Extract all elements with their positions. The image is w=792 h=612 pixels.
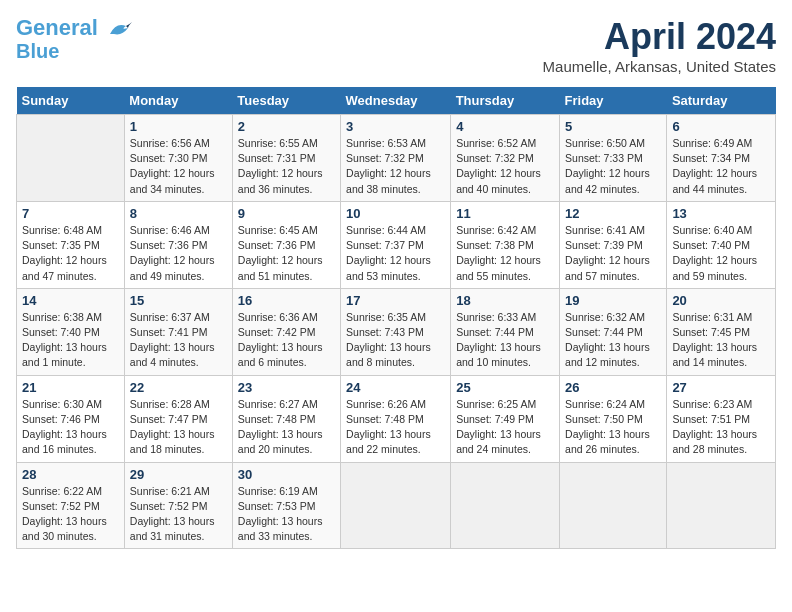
title-block: April 2024 Maumelle, Arkansas, United St… [543,16,776,75]
day-number: 19 [565,293,661,308]
day-info: Sunrise: 6:19 AMSunset: 7:53 PMDaylight:… [238,485,323,543]
page-title: April 2024 [543,16,776,58]
day-number: 9 [238,206,335,221]
day-info: Sunrise: 6:42 AMSunset: 7:38 PMDaylight:… [456,224,541,282]
calendar-cell: 22Sunrise: 6:28 AMSunset: 7:47 PMDayligh… [124,375,232,462]
day-header-thursday: Thursday [451,87,560,115]
day-info: Sunrise: 6:53 AMSunset: 7:32 PMDaylight:… [346,137,431,195]
day-number: 5 [565,119,661,134]
calendar-week-2: 7Sunrise: 6:48 AMSunset: 7:35 PMDaylight… [17,201,776,288]
calendar-cell: 16Sunrise: 6:36 AMSunset: 7:42 PMDayligh… [232,288,340,375]
day-info: Sunrise: 6:24 AMSunset: 7:50 PMDaylight:… [565,398,650,456]
calendar-cell [341,462,451,549]
calendar-table: SundayMondayTuesdayWednesdayThursdayFrid… [16,87,776,549]
day-number: 15 [130,293,227,308]
calendar-cell: 4Sunrise: 6:52 AMSunset: 7:32 PMDaylight… [451,115,560,202]
page-subtitle: Maumelle, Arkansas, United States [543,58,776,75]
day-info: Sunrise: 6:37 AMSunset: 7:41 PMDaylight:… [130,311,215,369]
day-info: Sunrise: 6:56 AMSunset: 7:30 PMDaylight:… [130,137,215,195]
calendar-week-3: 14Sunrise: 6:38 AMSunset: 7:40 PMDayligh… [17,288,776,375]
calendar-week-1: 1Sunrise: 6:56 AMSunset: 7:30 PMDaylight… [17,115,776,202]
day-number: 11 [456,206,554,221]
calendar-cell: 12Sunrise: 6:41 AMSunset: 7:39 PMDayligh… [560,201,667,288]
calendar-cell: 10Sunrise: 6:44 AMSunset: 7:37 PMDayligh… [341,201,451,288]
day-number: 13 [672,206,770,221]
day-number: 23 [238,380,335,395]
calendar-cell [451,462,560,549]
calendar-cell: 7Sunrise: 6:48 AMSunset: 7:35 PMDaylight… [17,201,125,288]
logo-blue: Blue [16,40,59,62]
calendar-header-row: SundayMondayTuesdayWednesdayThursdayFrid… [17,87,776,115]
day-number: 30 [238,467,335,482]
day-info: Sunrise: 6:49 AMSunset: 7:34 PMDaylight:… [672,137,757,195]
day-header-monday: Monday [124,87,232,115]
calendar-cell: 20Sunrise: 6:31 AMSunset: 7:45 PMDayligh… [667,288,776,375]
day-number: 21 [22,380,119,395]
day-number: 7 [22,206,119,221]
day-number: 22 [130,380,227,395]
calendar-cell [560,462,667,549]
day-header-friday: Friday [560,87,667,115]
day-header-wednesday: Wednesday [341,87,451,115]
day-number: 25 [456,380,554,395]
logo: General Blue [16,16,134,62]
calendar-cell: 19Sunrise: 6:32 AMSunset: 7:44 PMDayligh… [560,288,667,375]
day-number: 1 [130,119,227,134]
day-info: Sunrise: 6:35 AMSunset: 7:43 PMDaylight:… [346,311,431,369]
day-number: 26 [565,380,661,395]
calendar-cell: 14Sunrise: 6:38 AMSunset: 7:40 PMDayligh… [17,288,125,375]
calendar-week-5: 28Sunrise: 6:22 AMSunset: 7:52 PMDayligh… [17,462,776,549]
day-info: Sunrise: 6:44 AMSunset: 7:37 PMDaylight:… [346,224,431,282]
calendar-cell: 18Sunrise: 6:33 AMSunset: 7:44 PMDayligh… [451,288,560,375]
calendar-cell: 8Sunrise: 6:46 AMSunset: 7:36 PMDaylight… [124,201,232,288]
logo-text: General [16,16,134,40]
day-info: Sunrise: 6:26 AMSunset: 7:48 PMDaylight:… [346,398,431,456]
day-number: 28 [22,467,119,482]
calendar-cell: 24Sunrise: 6:26 AMSunset: 7:48 PMDayligh… [341,375,451,462]
day-info: Sunrise: 6:21 AMSunset: 7:52 PMDaylight:… [130,485,215,543]
day-info: Sunrise: 6:45 AMSunset: 7:36 PMDaylight:… [238,224,323,282]
day-info: Sunrise: 6:33 AMSunset: 7:44 PMDaylight:… [456,311,541,369]
calendar-cell: 9Sunrise: 6:45 AMSunset: 7:36 PMDaylight… [232,201,340,288]
day-number: 2 [238,119,335,134]
day-number: 4 [456,119,554,134]
day-header-sunday: Sunday [17,87,125,115]
calendar-week-4: 21Sunrise: 6:30 AMSunset: 7:46 PMDayligh… [17,375,776,462]
day-info: Sunrise: 6:28 AMSunset: 7:47 PMDaylight:… [130,398,215,456]
day-info: Sunrise: 6:46 AMSunset: 7:36 PMDaylight:… [130,224,215,282]
day-info: Sunrise: 6:22 AMSunset: 7:52 PMDaylight:… [22,485,107,543]
calendar-cell: 5Sunrise: 6:50 AMSunset: 7:33 PMDaylight… [560,115,667,202]
day-info: Sunrise: 6:50 AMSunset: 7:33 PMDaylight:… [565,137,650,195]
calendar-cell: 25Sunrise: 6:25 AMSunset: 7:49 PMDayligh… [451,375,560,462]
day-number: 18 [456,293,554,308]
day-info: Sunrise: 6:40 AMSunset: 7:40 PMDaylight:… [672,224,757,282]
day-number: 8 [130,206,227,221]
day-number: 3 [346,119,445,134]
calendar-cell: 21Sunrise: 6:30 AMSunset: 7:46 PMDayligh… [17,375,125,462]
calendar-cell: 1Sunrise: 6:56 AMSunset: 7:30 PMDaylight… [124,115,232,202]
calendar-cell: 23Sunrise: 6:27 AMSunset: 7:48 PMDayligh… [232,375,340,462]
day-info: Sunrise: 6:32 AMSunset: 7:44 PMDaylight:… [565,311,650,369]
day-header-saturday: Saturday [667,87,776,115]
day-info: Sunrise: 6:52 AMSunset: 7:32 PMDaylight:… [456,137,541,195]
day-info: Sunrise: 6:41 AMSunset: 7:39 PMDaylight:… [565,224,650,282]
day-info: Sunrise: 6:36 AMSunset: 7:42 PMDaylight:… [238,311,323,369]
calendar-cell [17,115,125,202]
day-number: 16 [238,293,335,308]
day-info: Sunrise: 6:27 AMSunset: 7:48 PMDaylight:… [238,398,323,456]
day-number: 6 [672,119,770,134]
calendar-cell: 13Sunrise: 6:40 AMSunset: 7:40 PMDayligh… [667,201,776,288]
calendar-cell: 2Sunrise: 6:55 AMSunset: 7:31 PMDaylight… [232,115,340,202]
calendar-cell: 28Sunrise: 6:22 AMSunset: 7:52 PMDayligh… [17,462,125,549]
day-info: Sunrise: 6:30 AMSunset: 7:46 PMDaylight:… [22,398,107,456]
day-header-tuesday: Tuesday [232,87,340,115]
day-number: 14 [22,293,119,308]
day-number: 17 [346,293,445,308]
day-number: 27 [672,380,770,395]
calendar-cell: 17Sunrise: 6:35 AMSunset: 7:43 PMDayligh… [341,288,451,375]
day-number: 20 [672,293,770,308]
day-number: 29 [130,467,227,482]
day-info: Sunrise: 6:23 AMSunset: 7:51 PMDaylight:… [672,398,757,456]
calendar-cell: 6Sunrise: 6:49 AMSunset: 7:34 PMDaylight… [667,115,776,202]
day-info: Sunrise: 6:25 AMSunset: 7:49 PMDaylight:… [456,398,541,456]
